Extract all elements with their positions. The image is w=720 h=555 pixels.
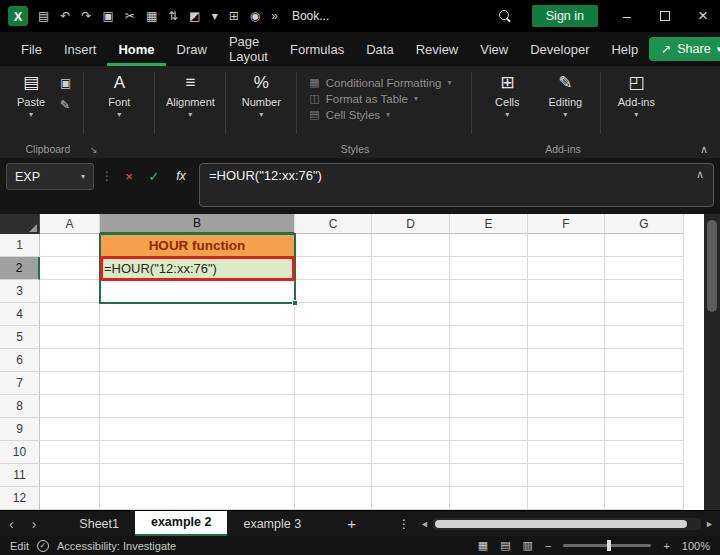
search-icon[interactable] xyxy=(498,9,512,23)
close-button[interactable]: × xyxy=(694,6,712,26)
minimize-button[interactable]: – xyxy=(618,8,636,24)
menu-tab-insert[interactable]: Insert xyxy=(53,33,108,66)
cell-C2[interactable] xyxy=(295,257,372,280)
cell-D5[interactable] xyxy=(372,326,450,349)
row-header-9[interactable]: 9 xyxy=(0,418,40,441)
column-header-G[interactable]: G xyxy=(605,214,684,234)
row-header-6[interactable]: 6 xyxy=(0,349,40,372)
cell-F1[interactable] xyxy=(528,234,605,257)
cell-F9[interactable] xyxy=(528,418,605,441)
clipboard-dialog-launcher-icon[interactable]: ↘ xyxy=(90,145,98,155)
cell-B4[interactable] xyxy=(100,303,295,326)
zoom-slider[interactable] xyxy=(563,544,651,547)
font-group-button[interactable]: A Font ▾ xyxy=(96,72,142,119)
row-header-7[interactable]: 7 xyxy=(0,372,40,395)
cell-A6[interactable] xyxy=(40,349,100,372)
enter-icon[interactable]: ✓ xyxy=(145,163,163,190)
cell-E6[interactable] xyxy=(450,349,528,372)
column-header-E[interactable]: E xyxy=(450,214,528,234)
accessibility-status[interactable]: Accessibility: Investigate xyxy=(57,540,176,552)
collapse-ribbon-icon[interactable]: ∧ xyxy=(700,143,708,156)
menu-tab-review[interactable]: Review xyxy=(405,33,470,66)
cell-A9[interactable] xyxy=(40,418,100,441)
vertical-scroll-thumb[interactable] xyxy=(707,220,717,312)
paste-button[interactable]: ▤ Paste ▾ xyxy=(8,72,54,119)
addins-group-button[interactable]: ◰ Add-ins ▾ xyxy=(613,72,659,119)
row-header-10[interactable]: 10 xyxy=(0,441,40,464)
cell-B10[interactable] xyxy=(100,441,295,464)
cell-E2[interactable] xyxy=(450,257,528,280)
camera-icon[interactable]: ◉ xyxy=(250,9,260,23)
row-header-2[interactable]: 2 xyxy=(0,257,40,280)
column-header-F[interactable]: F xyxy=(528,214,605,234)
cell-C10[interactable] xyxy=(295,441,372,464)
cell-A1[interactable] xyxy=(40,234,100,257)
cell-A10[interactable] xyxy=(40,441,100,464)
zoom-out-icon[interactable]: − xyxy=(545,540,551,552)
cell-G4[interactable] xyxy=(605,303,684,326)
cell-G8[interactable] xyxy=(605,395,684,418)
cell-B11[interactable] xyxy=(100,464,295,487)
horizontal-scroll-track[interactable] xyxy=(433,518,701,530)
zoom-in-icon[interactable]: + xyxy=(663,540,669,552)
cell-F7[interactable] xyxy=(528,372,605,395)
cell-A12[interactable] xyxy=(40,487,100,510)
cell-styles-button[interactable]: ▤ Cell Styles ▾ xyxy=(309,108,459,121)
cell-F4[interactable] xyxy=(528,303,605,326)
cell-D9[interactable] xyxy=(372,418,450,441)
page-layout-view-icon[interactable]: ▤ xyxy=(500,539,510,552)
scroll-right-icon[interactable]: ► xyxy=(705,519,714,529)
excel-logo-icon[interactable]: X xyxy=(8,6,28,26)
cell-B1[interactable]: HOUR function xyxy=(100,234,295,257)
cell-C9[interactable] xyxy=(295,418,372,441)
cell-C11[interactable] xyxy=(295,464,372,487)
select-all-button[interactable] xyxy=(0,214,40,234)
cell-A5[interactable] xyxy=(40,326,100,349)
all-sheets-button[interactable]: ⋮ xyxy=(398,517,410,531)
cell-B3[interactable] xyxy=(100,280,295,303)
cell-G6[interactable] xyxy=(605,349,684,372)
cancel-icon[interactable]: × xyxy=(120,163,138,190)
menu-tab-home[interactable]: Home xyxy=(107,33,165,66)
cell-C6[interactable] xyxy=(295,349,372,372)
cell-D3[interactable] xyxy=(372,280,450,303)
undo-icon[interactable]: ↶ xyxy=(60,9,70,23)
sign-in-button[interactable]: Sign in xyxy=(532,5,598,27)
cell-C4[interactable] xyxy=(295,303,372,326)
zoom-slider-thumb[interactable] xyxy=(607,540,611,551)
cell-G10[interactable] xyxy=(605,441,684,464)
cell-F10[interactable] xyxy=(528,441,605,464)
cell-E11[interactable] xyxy=(450,464,528,487)
cell-B2[interactable]: =HOUR("12:xx:76") xyxy=(100,257,295,280)
cell-C8[interactable] xyxy=(295,395,372,418)
cell-E9[interactable] xyxy=(450,418,528,441)
menu-tab-view[interactable]: View xyxy=(469,33,519,66)
cells-group-button[interactable]: ⊞ Cells ▾ xyxy=(484,72,530,119)
format-as-table-button[interactable]: ◫ Format as Table ▾ xyxy=(309,92,459,105)
editing-group-button[interactable]: ✎ Editing ▾ xyxy=(542,72,588,119)
formula-input[interactable]: =HOUR("12:xx:76") ∧ xyxy=(199,163,714,207)
name-box[interactable]: EXP ▾ xyxy=(6,163,94,190)
sheet-tab-example-3[interactable]: example 3 xyxy=(227,511,317,537)
zoom-level[interactable]: 100% xyxy=(682,540,710,552)
cell-B7[interactable] xyxy=(100,372,295,395)
cut-icon[interactable]: ✂ xyxy=(125,9,135,23)
cell-E10[interactable] xyxy=(450,441,528,464)
cell-G3[interactable] xyxy=(605,280,684,303)
cell-F11[interactable] xyxy=(528,464,605,487)
cell-A11[interactable] xyxy=(40,464,100,487)
row-header-4[interactable]: 4 xyxy=(0,303,40,326)
row-header-5[interactable]: 5 xyxy=(0,326,40,349)
page-break-view-icon[interactable]: ▥ xyxy=(523,539,533,552)
scroll-left-icon[interactable]: ◄ xyxy=(420,519,429,529)
format-painter-icon[interactable]: ✎ xyxy=(60,98,71,112)
cell-D8[interactable] xyxy=(372,395,450,418)
cell-G7[interactable] xyxy=(605,372,684,395)
alignment-group-button[interactable]: ≡ Alignment ▾ xyxy=(167,72,213,119)
cell-B5[interactable] xyxy=(100,326,295,349)
redo-icon[interactable]: ↷ xyxy=(81,9,91,23)
row-header-1[interactable]: 1 xyxy=(0,234,40,257)
dropdown-icon[interactable]: ▾ xyxy=(212,9,218,23)
column-header-D[interactable]: D xyxy=(372,214,450,234)
cell-D4[interactable] xyxy=(372,303,450,326)
